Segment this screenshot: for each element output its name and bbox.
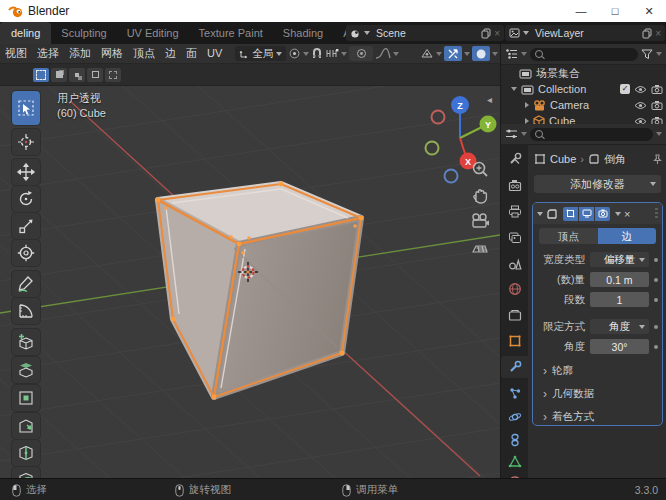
drag-handle-icon[interactable] bbox=[655, 208, 658, 219]
breadcrumb-object[interactable]: Cube bbox=[550, 153, 576, 165]
animate-dot[interactable] bbox=[654, 298, 658, 302]
tab-view-layer[interactable] bbox=[501, 226, 528, 248]
tool-add-cube[interactable] bbox=[12, 329, 40, 355]
outliner-search-input[interactable] bbox=[530, 48, 638, 61]
gizmo-axis-z-neg[interactable] bbox=[445, 170, 458, 183]
tool-bevel[interactable] bbox=[12, 413, 40, 439]
disable-render-icon[interactable] bbox=[651, 84, 663, 94]
menu-view[interactable]: 视图 bbox=[0, 44, 32, 63]
falloff-dropdown[interactable] bbox=[375, 48, 399, 59]
disable-render-icon[interactable] bbox=[651, 116, 663, 124]
pan-view-icon[interactable] bbox=[470, 185, 490, 205]
tab-edges[interactable]: 边 bbox=[598, 228, 657, 244]
tab-physics[interactable] bbox=[501, 406, 528, 428]
display-render-toggle[interactable] bbox=[595, 207, 610, 221]
display-realtime-toggle[interactable] bbox=[579, 207, 594, 221]
tab-constraints[interactable] bbox=[501, 429, 528, 451]
menu-add[interactable]: 添加 bbox=[64, 44, 96, 63]
tab-output[interactable] bbox=[501, 200, 528, 222]
select-mode-invert[interactable] bbox=[87, 68, 103, 82]
workspace-tab-modeling[interactable]: deling bbox=[0, 22, 51, 44]
outliner-row-camera[interactable]: Camera bbox=[501, 97, 666, 113]
outliner-row-scene-collection[interactable]: 场景集合 bbox=[501, 65, 666, 81]
scene-selector[interactable]: Scene × bbox=[346, 25, 504, 41]
snap-magnet-icon[interactable] bbox=[311, 47, 323, 60]
show-gizmo-icon[interactable] bbox=[420, 48, 434, 59]
workspace-tab-shading[interactable]: Shading bbox=[273, 22, 333, 44]
section-shading[interactable]: › 着色方式 bbox=[543, 410, 662, 424]
tool-cursor[interactable] bbox=[12, 129, 40, 155]
sidebar-toggle-icon[interactable]: ◂ bbox=[487, 94, 492, 105]
orthographic-toggle-icon[interactable] bbox=[470, 237, 490, 257]
remove-modifier-icon[interactable]: × bbox=[624, 208, 630, 220]
tab-vertices[interactable]: 顶点 bbox=[539, 228, 598, 244]
menu-edge[interactable]: 边 bbox=[160, 44, 181, 63]
hide-eye-icon[interactable] bbox=[634, 101, 647, 110]
outliner-row-cube[interactable]: Cube bbox=[501, 113, 666, 124]
animate-dot[interactable] bbox=[654, 278, 658, 282]
tab-particles[interactable] bbox=[501, 382, 528, 404]
animate-dot[interactable] bbox=[654, 258, 658, 262]
breadcrumb-modifier[interactable]: 倒角 bbox=[604, 152, 626, 167]
minimize-button[interactable]: — bbox=[564, 0, 598, 22]
transform-orientation-dropdown[interactable]: 全局 bbox=[235, 46, 286, 61]
tab-scene[interactable] bbox=[501, 252, 528, 274]
close-button[interactable]: ✕ bbox=[632, 0, 666, 22]
select-mode-set[interactable] bbox=[33, 68, 49, 82]
tool-knife[interactable] bbox=[12, 467, 40, 478]
tool-move[interactable] bbox=[12, 159, 40, 185]
viewport-3d[interactable]: 用户透视 (60) Cube bbox=[0, 86, 500, 478]
disable-render-icon[interactable] bbox=[651, 100, 663, 110]
animate-dot[interactable] bbox=[654, 325, 658, 329]
camera-view-icon[interactable] bbox=[470, 211, 490, 231]
segments-field[interactable]: 1 bbox=[590, 292, 649, 307]
properties-search-input[interactable] bbox=[530, 128, 653, 141]
hide-eye-icon[interactable] bbox=[634, 85, 647, 94]
gizmo-axis-y-neg[interactable] bbox=[426, 142, 439, 155]
section-profile[interactable]: › 轮廓 bbox=[543, 364, 662, 378]
camera-expand-icon[interactable] bbox=[525, 102, 529, 108]
menu-mesh[interactable]: 网格 bbox=[96, 44, 128, 63]
tab-tool[interactable] bbox=[501, 148, 528, 170]
menu-uv[interactable]: UV bbox=[202, 44, 227, 63]
tool-transform[interactable] bbox=[12, 240, 40, 266]
workspace-tab-sculpting[interactable]: Sculpting bbox=[51, 22, 116, 44]
menu-select[interactable]: 选择 bbox=[32, 44, 64, 63]
tool-annotate[interactable] bbox=[12, 271, 40, 297]
snap-settings-dropdown[interactable] bbox=[325, 48, 347, 59]
unlink-scene-icon[interactable]: × bbox=[494, 28, 500, 39]
display-editmode-toggle[interactable] bbox=[563, 207, 578, 221]
tool-loop-cut[interactable] bbox=[12, 440, 40, 466]
select-mode-intersect[interactable] bbox=[105, 68, 121, 82]
expand-panel-icon[interactable] bbox=[537, 212, 543, 216]
pivot-point-dropdown[interactable] bbox=[288, 47, 309, 60]
cube-object[interactable] bbox=[156, 182, 364, 400]
viewlayer-selector[interactable]: ViewLayer × bbox=[505, 25, 665, 41]
workspace-tab-uv-editing[interactable]: UV Editing bbox=[117, 22, 189, 44]
workspace-tab-texture-paint[interactable]: Texture Paint bbox=[189, 22, 273, 44]
amount-field[interactable]: 0.1 m bbox=[590, 272, 649, 287]
modifier-extras-dropdown[interactable] bbox=[615, 212, 621, 216]
tool-select-box[interactable] bbox=[12, 91, 40, 125]
viewport-shading-solid[interactable] bbox=[472, 46, 490, 61]
new-scene-icon[interactable] bbox=[481, 28, 491, 39]
filter-icon[interactable] bbox=[641, 49, 653, 60]
select-mode-extend[interactable] bbox=[51, 68, 67, 82]
section-geometry[interactable]: › 几何数据 bbox=[543, 387, 662, 401]
gizmo-axis-x-neg[interactable] bbox=[432, 111, 445, 124]
select-mode-subtract[interactable] bbox=[69, 68, 85, 82]
hide-eye-icon[interactable] bbox=[634, 117, 647, 125]
collection-expand-icon[interactable] bbox=[511, 87, 517, 91]
add-modifier-button[interactable]: 添加修改器 bbox=[534, 175, 661, 193]
tab-object[interactable] bbox=[501, 330, 528, 352]
maximize-button[interactable]: □ bbox=[598, 0, 632, 22]
proportional-editing-toggle[interactable] bbox=[349, 46, 373, 61]
tab-object-data[interactable] bbox=[501, 450, 528, 472]
tab-modifiers[interactable] bbox=[501, 356, 528, 378]
new-viewlayer-icon[interactable] bbox=[642, 28, 652, 39]
collection-checkbox[interactable]: ✓ bbox=[620, 84, 630, 94]
xray-toggle[interactable] bbox=[444, 46, 462, 61]
menu-face[interactable]: 面 bbox=[181, 44, 202, 63]
remove-viewlayer-icon[interactable]: × bbox=[655, 28, 661, 39]
tool-measure[interactable] bbox=[12, 298, 40, 324]
